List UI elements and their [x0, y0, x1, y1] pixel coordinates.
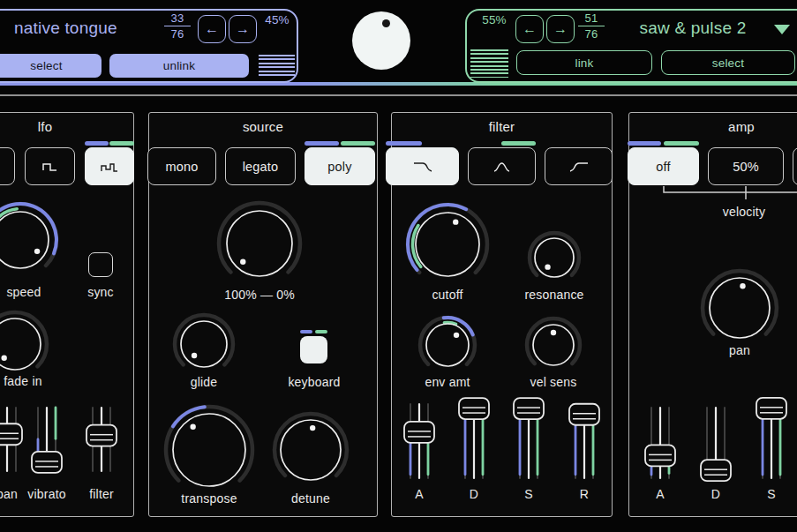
next-patch-a-button[interactable]: → [229, 15, 257, 43]
slider-amp-attack[interactable] [641, 393, 680, 494]
lfo-wave-random-button[interactable] [85, 147, 134, 185]
select-a-button[interactable]: select [0, 54, 102, 78]
slider-lfo-pan[interactable] [0, 393, 26, 487]
synth-a-selection-bar [628, 141, 661, 146]
knob-amount[interactable] [214, 198, 305, 289]
keyboard-label: keyboard [261, 374, 367, 390]
velocity-group-bracket [653, 180, 797, 203]
knob-detune[interactable] [269, 408, 352, 491]
synth-b-selection-bar [341, 141, 375, 146]
level-percent-b: 55% [477, 13, 512, 26]
synth-a-selection-bar [305, 141, 339, 146]
knob-label-pan: pan [687, 342, 793, 358]
slider-filter-sustain[interactable] [509, 390, 548, 494]
highpass-curve-icon [567, 159, 591, 175]
knob-label-cutoff: cutoff [395, 287, 500, 303]
mode-legato-button[interactable]: legato [225, 147, 296, 185]
slider-label-amp-sustain: S [718, 486, 797, 502]
synth-ui: native tongue 33 76 ← → 45% select unlin… [0, 0, 797, 532]
patch-name-a: native tongue [14, 19, 117, 38]
knob-speed[interactable] [0, 199, 62, 281]
synth-a-selection-bar [386, 141, 422, 146]
next-patch-b-button[interactable]: → [546, 15, 575, 43]
menu-lines-icon[interactable] [259, 55, 295, 78]
dropdown-caret-icon[interactable] [774, 25, 790, 34]
filter-bandpass-button[interactable] [468, 147, 536, 185]
mode-legato-label: legato [243, 160, 279, 174]
divider-line [0, 94, 797, 96]
knob-label-resonance: resonance [501, 287, 607, 303]
synth-a-selection-bar [85, 141, 109, 146]
master-knob-indicator [382, 19, 390, 27]
slider-amp-sustain[interactable] [752, 393, 791, 494]
knob-glide[interactable] [169, 310, 238, 378]
left-arrow-icon: ← [205, 21, 219, 37]
slider-label-lfo-filter: filter [49, 486, 154, 502]
sync-checkbox[interactable] [88, 252, 113, 277]
level-percent-a: 45% [259, 13, 295, 26]
knob-label-env-amt: env amt [395, 374, 500, 390]
right-arrow-icon: → [553, 21, 568, 37]
lfo-wave-pulse-button[interactable] [25, 147, 75, 185]
patch-counter-a-num: 33 [162, 11, 193, 25]
amp-panel-title: amp [629, 113, 797, 134]
knob-vel-sens[interactable] [522, 313, 585, 377]
synth-a-selection-bar [300, 330, 312, 333]
velocity-off-label: off [656, 160, 670, 174]
velocity-50-label: 50% [733, 160, 759, 174]
lfo-wave-sine-button[interactable] [0, 147, 15, 185]
fraction-line [164, 26, 191, 26]
slider-lfo-filter[interactable] [82, 393, 121, 487]
knob-label-vel-sens: vel sens [500, 374, 606, 390]
preset-name-b[interactable]: saw & pulse 2 [618, 19, 768, 38]
mode-mono-button[interactable]: mono [147, 147, 216, 185]
keyboard-toggle[interactable] [300, 336, 327, 363]
unlink-label: unlink [163, 59, 195, 72]
knob-label-amount: 100% — 0% [207, 287, 312, 303]
mode-mono-label: mono [165, 160, 198, 174]
velocity-group-label: velocity [691, 204, 797, 220]
link-button[interactable]: link [516, 50, 652, 75]
select-b-button[interactable]: select [661, 50, 795, 75]
knob-cutoff[interactable] [402, 199, 492, 289]
left-arrow-icon: ← [523, 21, 537, 37]
prev-patch-a-button[interactable]: ← [198, 15, 226, 43]
slider-lfo-vibrato[interactable] [27, 393, 66, 487]
fraction-line [578, 26, 605, 26]
slider-filter-release[interactable] [565, 390, 604, 494]
select-a-label: select [30, 59, 62, 72]
synth-b-selection-bar [109, 141, 134, 146]
knob-resonance[interactable] [524, 228, 584, 288]
unlink-button[interactable]: unlink [109, 54, 249, 78]
random-step-wave-icon [100, 160, 119, 174]
lfo-panel-title: lfo [0, 113, 133, 134]
filter-lowpass-button[interactable] [386, 147, 459, 185]
select-b-label: select [712, 56, 744, 70]
synth-b-selection-bar [664, 141, 699, 146]
knob-label-glide: glide [151, 374, 257, 390]
bandpass-curve-icon [490, 159, 515, 175]
slider-filter-decay[interactable] [455, 390, 493, 494]
source-panel-title: source [149, 113, 377, 134]
slider-filter-attack[interactable] [400, 390, 439, 494]
patch-counter-a: 33 76 [162, 11, 193, 41]
knob-fade-in[interactable] [0, 307, 52, 381]
knob-label-transpose: transpose [156, 491, 262, 506]
synth-b-selection-bar [501, 141, 536, 146]
knob-env-amt[interactable] [415, 312, 480, 378]
mode-poly-label: poly [327, 160, 351, 174]
knob-label-detune: detune [258, 491, 364, 506]
filter-highpass-button[interactable] [545, 147, 613, 185]
knob-transpose[interactable] [161, 401, 258, 498]
master-knob[interactable] [352, 11, 410, 70]
knob-pan[interactable] [697, 266, 782, 350]
pulse-wave-icon [41, 160, 59, 174]
menu-lines-icon[interactable] [470, 49, 508, 78]
prev-patch-b-button[interactable]: ← [515, 15, 544, 43]
filter-panel-title: filter [392, 113, 612, 134]
knob-label-speed: speed [0, 284, 77, 300]
mode-poly-button[interactable]: poly [305, 147, 375, 185]
lowpass-curve-icon [410, 159, 436, 175]
patch-counter-b-den: 76 [575, 27, 607, 41]
slider-amp-decay[interactable] [696, 393, 735, 494]
